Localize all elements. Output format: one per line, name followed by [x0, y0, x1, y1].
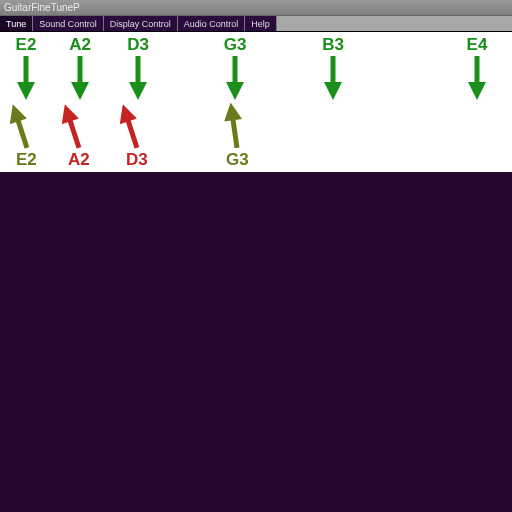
- detected-arrow-D3: [114, 101, 147, 154]
- target-label: E2: [0, 35, 56, 55]
- down-arrow-icon: [129, 54, 147, 100]
- up-arrow-icon: [4, 101, 35, 150]
- down-arrow-icon: [468, 54, 486, 100]
- tuning-display: E2A2D3G3B3E4E2A2D3G3: [0, 32, 512, 172]
- menu-bar: Tune Sound Control Display Control Audio…: [0, 16, 512, 32]
- detected-label-G3: G3: [226, 150, 249, 170]
- menu-filler: [277, 16, 512, 31]
- target-label: D3: [108, 35, 168, 55]
- svg-marker-11: [468, 82, 486, 100]
- window-titlebar: GuitarFineTuneP: [0, 0, 512, 16]
- menu-sound-control[interactable]: Sound Control: [33, 16, 104, 31]
- target-label: E4: [447, 35, 507, 55]
- svg-marker-5: [129, 82, 147, 100]
- up-arrow-icon: [114, 101, 145, 150]
- window-title: GuitarFineTuneP: [4, 2, 80, 13]
- svg-marker-3: [71, 82, 89, 100]
- up-arrow-icon: [56, 101, 87, 150]
- detected-label-A2: A2: [68, 150, 90, 170]
- detected-label-D3: D3: [126, 150, 148, 170]
- target-label: A2: [50, 35, 110, 55]
- svg-marker-1: [17, 82, 35, 100]
- spectrum-graph: [0, 172, 512, 512]
- svg-line-19: [233, 118, 237, 148]
- down-arrow-icon: [226, 54, 244, 100]
- svg-marker-9: [324, 82, 342, 100]
- detected-arrow-E2: [4, 101, 37, 154]
- down-arrow-icon: [324, 54, 342, 100]
- detected-label-E2: E2: [16, 150, 37, 170]
- up-arrow-icon: [222, 101, 246, 149]
- detected-arrow-A2: [56, 101, 89, 154]
- menu-tune[interactable]: Tune: [0, 16, 33, 31]
- menu-display-control[interactable]: Display Control: [104, 16, 178, 31]
- down-arrow-icon: [71, 54, 89, 100]
- target-label: B3: [303, 35, 363, 55]
- menu-help[interactable]: Help: [245, 16, 277, 31]
- detected-arrow-G3: [222, 101, 247, 153]
- down-arrow-icon: [17, 54, 35, 100]
- menu-audio-control[interactable]: Audio Control: [178, 16, 246, 31]
- content-area: E2A2D3G3B3E4E2A2D3G3: [0, 32, 512, 512]
- svg-line-15: [70, 119, 79, 148]
- svg-line-13: [18, 119, 27, 148]
- svg-line-17: [128, 119, 137, 148]
- target-label: G3: [205, 35, 265, 55]
- svg-marker-7: [226, 82, 244, 100]
